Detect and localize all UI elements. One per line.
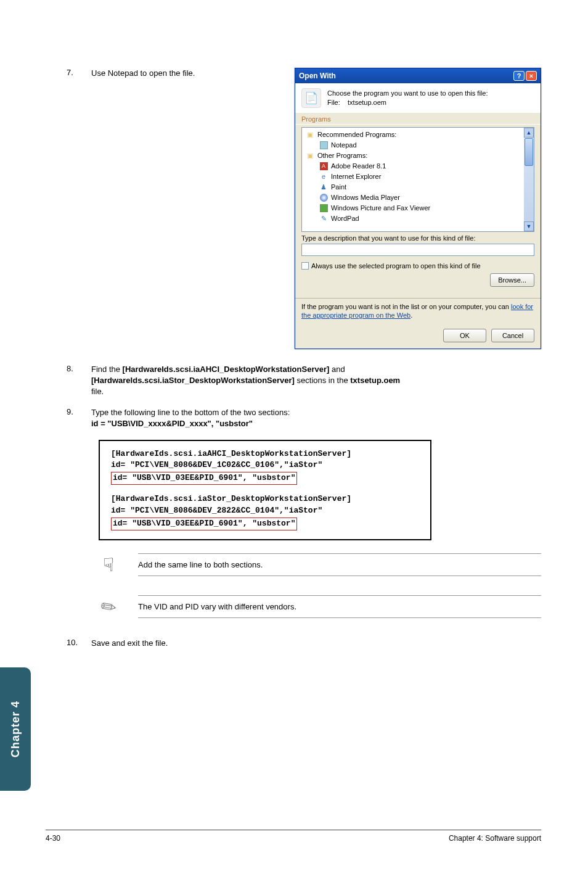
hand-icon: ☟ <box>95 553 122 577</box>
program-ie[interactable]: Internet Explorer <box>331 171 381 182</box>
notepad-icon <box>320 141 328 149</box>
step-number-7: 7. <box>67 68 91 77</box>
program-listbox[interactable]: ▣Recommended Programs: Notepad ▣Other Pr… <box>301 127 534 232</box>
page-number: 4-30 <box>46 834 60 843</box>
file-label: File: <box>327 99 340 106</box>
help-button[interactable]: ? <box>513 71 525 81</box>
code-line-5: id= "PCI\VEN_8086&DEV_2822&CC_0104","iaS… <box>111 505 419 517</box>
code-highlight-1: id= "USB\VID_03EE&PID_6901", "usbstor" <box>111 472 297 485</box>
code-highlight-2: id= "USB\VID_03EE&PID_6901", "usbstor" <box>111 518 297 530</box>
always-use-checkbox[interactable] <box>301 262 309 270</box>
code-line-2: id= "PCI\VEN_8086&DEV_1C02&CC_0106","iaS… <box>111 460 419 471</box>
scroll-up-button[interactable]: ▲ <box>524 128 534 138</box>
pencil-icon: ✎ <box>91 589 127 625</box>
folder-icon: ▣ <box>306 152 314 160</box>
step-text-7: Use Notepad to open the file. <box>91 68 276 79</box>
ok-button[interactable]: OK <box>443 329 486 342</box>
wordpad-icon: ✎ <box>319 215 328 223</box>
folder-icon: ▣ <box>306 131 314 139</box>
description-label: Type a description that you want to use … <box>301 232 534 244</box>
step-number-8: 8. <box>67 364 91 373</box>
cancel-button[interactable]: Cancel <box>491 329 534 342</box>
ie-icon: e <box>319 173 328 181</box>
step-text-8: Find the [HardwareIds.scsi.iaAHCI_Deskto… <box>91 364 541 398</box>
browse-button[interactable]: Browse... <box>490 273 534 287</box>
always-use-label: Always use the selected program to open … <box>311 262 481 270</box>
wmp-icon <box>320 194 328 202</box>
program-wordpad[interactable]: WordPad <box>331 213 359 224</box>
paint-icon: ♟ <box>319 183 328 192</box>
file-icon: 📄 <box>301 88 321 108</box>
chapter-tab: Chapter 4 <box>0 667 31 791</box>
scroll-thumb[interactable] <box>525 138 533 166</box>
footer-chapter: Chapter 4: Software support <box>449 834 541 843</box>
code-line-1: [HardwareIds.scsi.iaAHCI_DesktopWorkstat… <box>111 448 419 460</box>
note-1: ☟ Add the same line to both sections. <box>95 553 541 577</box>
code-line-4: [HardwareIds.scsi.iaStor_DesktopWorkstat… <box>111 493 419 505</box>
note-2: ✎ The VID and PID vary with different ve… <box>95 595 541 619</box>
look-text: If the program you want is not in the li… <box>301 303 511 310</box>
scrollbar[interactable]: ▲ ▼ <box>524 128 534 231</box>
code-figure: [HardwareIds.scsi.iaAHCI_DesktopWorkstat… <box>99 440 431 540</box>
adobe-icon: A <box>320 162 328 170</box>
scroll-down-button[interactable]: ▼ <box>524 221 534 231</box>
look-dot: . <box>410 311 412 319</box>
note-1-text: Add the same line to both sections. <box>138 553 541 576</box>
dialog-titlebar: Open With ? × <box>295 68 541 83</box>
description-input[interactable] <box>301 244 534 256</box>
program-paint[interactable]: Paint <box>331 182 346 192</box>
step-number-10: 10. <box>67 638 91 647</box>
program-notepad[interactable]: Notepad <box>331 140 357 151</box>
page-footer: 4-30 Chapter 4: Software support <box>46 830 541 843</box>
note-2-text: The VID and PID vary with different vend… <box>138 595 541 618</box>
recommended-heading: Recommended Programs: <box>317 130 396 140</box>
other-heading: Other Programs: <box>317 151 367 161</box>
step-text-10: Save and exit the file. <box>91 638 541 649</box>
dialog-header: 📄 Choose the program you want to use to … <box>295 83 541 113</box>
step-number-9: 9. <box>67 407 91 416</box>
step-text-9: Type the following line to the bottom of… <box>91 407 541 429</box>
close-button[interactable]: × <box>526 71 537 81</box>
file-name: txtsetup.oem <box>348 99 386 106</box>
dialog-title: Open With <box>299 72 336 80</box>
choose-prompt: Choose the program you want to use to op… <box>327 89 488 98</box>
open-with-dialog: Open With ? × 📄 Choose the program you w… <box>295 68 541 349</box>
program-wpf[interactable]: Windows Picture and Fax Viewer <box>331 203 430 213</box>
program-adobe[interactable]: Adobe Reader 8.1 <box>331 161 386 171</box>
programs-tab[interactable]: Programs <box>295 113 541 123</box>
program-wmp[interactable]: Windows Media Player <box>331 192 400 203</box>
wpf-icon <box>320 204 328 212</box>
